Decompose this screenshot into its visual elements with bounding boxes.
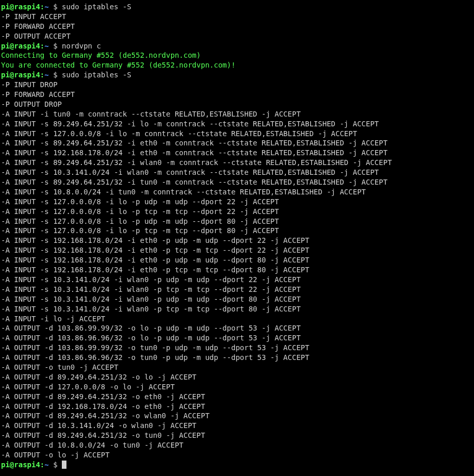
output-line: -P INPUT DROP [1, 80, 473, 90]
prompt-line[interactable]: pi@raspi4:~ $ sudo iptables -S [1, 70, 473, 80]
output-line: -A INPUT -s 127.0.0.0/8 -i lo -p udp -m … [1, 217, 473, 226]
output-line: -P FORWARD ACCEPT [1, 90, 473, 100]
prompt-dollar: $ [49, 71, 62, 79]
output-line: -A INPUT -i lo -j ACCEPT [1, 314, 473, 324]
output-line: -A OUTPUT -o lo -j ACCEPT [1, 450, 473, 460]
prompt-path: ~ [44, 42, 48, 50]
output-line: -A OUTPUT -d 10.3.141.0/24 -o wlan0 -j A… [1, 421, 473, 431]
prompt-line[interactable]: pi@raspi4:~ $ [1, 460, 473, 470]
status-line: Connecting to Germany #552 (de552.nordvp… [1, 51, 473, 60]
output-line: -A INPUT -s 192.168.178.0/24 -i eth0 -p … [1, 265, 473, 275]
output-line: -A INPUT -s 192.168.178.0/24 -i eth0 -m … [1, 148, 473, 158]
prompt-path: ~ [44, 3, 48, 11]
output-line: -A INPUT -s 89.249.64.251/32 -i eth0 -m … [1, 138, 473, 148]
cursor [62, 461, 66, 469]
output-line: -A OUTPUT -d 103.86.99.99/32 -o tun0 -p … [1, 343, 473, 353]
prompt-user: pi@raspi4 [1, 42, 40, 50]
output-line: -P OUTPUT ACCEPT [1, 31, 473, 41]
output-line: -A INPUT -s 10.3.141.0/24 -i wlan0 -p ud… [1, 294, 473, 304]
output-line: -A OUTPUT -d 103.86.99.99/32 -o lo -p ud… [1, 323, 473, 333]
prompt-line[interactable]: pi@raspi4:~ $ nordvpn c [1, 41, 473, 51]
output-line: -A INPUT -s 89.249.64.251/32 -i tun0 -m … [1, 177, 473, 187]
prompt-user: pi@raspi4 [1, 3, 40, 11]
output-line: -A OUTPUT -d 103.86.96.96/32 -o lo -p ud… [1, 333, 473, 343]
output-line: -A OUTPUT -d 89.249.64.251/32 -o eth0 -j… [1, 392, 473, 402]
output-line: -A INPUT -s 10.3.141.0/24 -i wlan0 -m co… [1, 168, 473, 177]
output-line: -A OUTPUT -d 10.8.0.0/24 -o tun0 -j ACCE… [1, 440, 473, 450]
output-line: -A INPUT -s 127.0.0.0/8 -i lo -p udp -m … [1, 197, 473, 207]
output-line: -A OUTPUT -o tun0 -j ACCEPT [1, 363, 473, 372]
status-line: You are connected to Germany #552 (de552… [1, 60, 473, 70]
output-line: -P INPUT ACCEPT [1, 12, 473, 22]
prompt-dollar: $ [49, 461, 62, 469]
output-line: -A INPUT -s 192.168.178.0/24 -i eth0 -p … [1, 245, 473, 255]
command-text: sudo iptables -S [62, 3, 131, 11]
output-line: -A INPUT -s 127.0.0.0/8 -i lo -p tcp -m … [1, 226, 473, 236]
output-line: -A OUTPUT -d 127.0.0.0/8 -o lo -j ACCEPT [1, 382, 473, 392]
prompt-path: ~ [44, 71, 48, 79]
output-line: -P FORWARD ACCEPT [1, 22, 473, 31]
prompt-line[interactable]: pi@raspi4:~ $ sudo iptables -S [1, 2, 473, 12]
output-line: -P OUTPUT DROP [1, 100, 473, 109]
output-line: -A INPUT -s 10.3.141.0/24 -i wlan0 -p tc… [1, 304, 473, 314]
prompt-path: ~ [44, 461, 48, 469]
output-line: -A INPUT -s 10.3.141.0/24 -i wlan0 -p tc… [1, 285, 473, 294]
output-line: -A INPUT -s 127.0.0.0/8 -i lo -p tcp -m … [1, 207, 473, 217]
output-line: -A OUTPUT -d 89.249.64.251/32 -o wlan0 -… [1, 411, 473, 421]
prompt-dollar: $ [49, 42, 62, 50]
output-line: -A INPUT -s 127.0.0.0/8 -i lo -m conntra… [1, 129, 473, 139]
prompt-dollar: $ [49, 3, 62, 11]
output-line: -A OUTPUT -d 89.249.64.251/32 -o lo -j A… [1, 372, 473, 382]
output-line: -A OUTPUT -d 103.86.96.96/32 -o tun0 -p … [1, 353, 473, 363]
terminal[interactable]: pi@raspi4:~ $ sudo iptables -S-P INPUT A… [1, 2, 473, 470]
prompt-user: pi@raspi4 [1, 461, 40, 469]
output-line: -A OUTPUT -d 89.249.64.251/32 -o tun0 -j… [1, 431, 473, 440]
output-line: -A INPUT -i tun0 -m conntrack --ctstate … [1, 109, 473, 119]
prompt-user: pi@raspi4 [1, 71, 40, 79]
output-line: -A INPUT -s 89.249.64.251/32 -i wlan0 -m… [1, 158, 473, 168]
command-text: sudo iptables -S [62, 71, 131, 79]
output-line: -A INPUT -s 10.8.0.0/24 -i tun0 -m connt… [1, 187, 473, 197]
output-line: -A INPUT -s 89.249.64.251/32 -i lo -m co… [1, 119, 473, 129]
command-text: nordvpn c [62, 42, 101, 50]
output-line: -A INPUT -s 192.168.178.0/24 -i eth0 -p … [1, 255, 473, 265]
output-line: -A INPUT -s 10.3.141.0/24 -i wlan0 -p ud… [1, 275, 473, 285]
output-line: -A OUTPUT -d 192.168.178.0/24 -o eth0 -j… [1, 402, 473, 412]
output-line: -A INPUT -s 192.168.178.0/24 -i eth0 -p … [1, 236, 473, 245]
